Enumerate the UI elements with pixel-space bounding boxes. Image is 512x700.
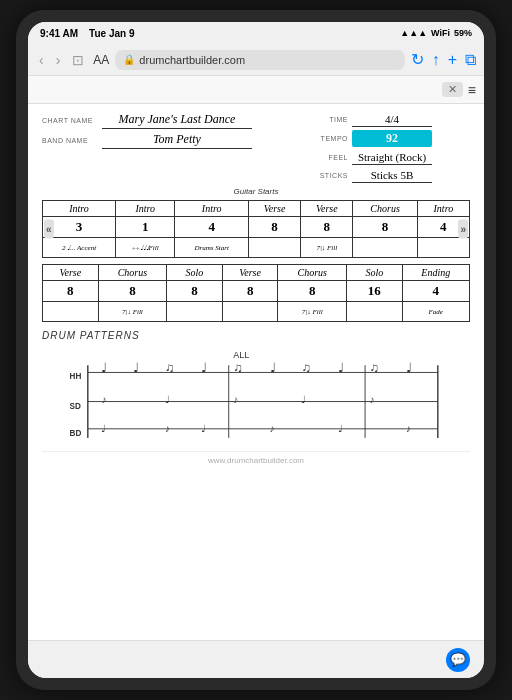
svg-text:♩: ♩ — [338, 361, 344, 375]
page-content: CHART NAME Mary Jane's Last Dance BAND N… — [28, 104, 484, 640]
tempo-label: TEMPO — [310, 135, 348, 142]
tablet-screen: 9:41 AM Tue Jan 9 ▲▲▲ WiFi 59% ‹ › ⊡ AA … — [28, 22, 484, 678]
section-solo-2: Solo — [346, 265, 402, 281]
section-header-row-2: Verse Chorus Solo Verse Chorus Solo Endi… — [43, 265, 470, 281]
svg-text:♩: ♩ — [406, 361, 412, 375]
band-name-value: Tom Petty — [102, 132, 252, 149]
section-verse-3: Verse — [43, 265, 99, 281]
bookmarks-button[interactable]: ⊡ — [69, 52, 87, 68]
drum-notation-svg: ALL HH SD BD ♩ ♩ ♫ — [42, 347, 470, 447]
svg-text:♩: ♩ — [201, 423, 206, 434]
num-8g: 8 — [222, 281, 278, 302]
reader-button[interactable]: AA — [93, 53, 109, 67]
browser-actions: ↻ ↑ + ⧉ — [411, 50, 476, 69]
share-button[interactable]: ↑ — [432, 51, 440, 69]
svg-text:SD: SD — [70, 402, 81, 411]
svg-text:♪: ♪ — [370, 394, 375, 405]
prev-arrow[interactable]: « — [44, 220, 54, 239]
chart-section-1: Intro Intro Intro Verse Verse Chorus Int… — [42, 200, 470, 258]
svg-text:♩: ♩ — [201, 361, 207, 375]
note-fill-7b: 7|↓ Fill — [98, 302, 166, 322]
svg-text:♩: ♩ — [101, 361, 107, 375]
section-chorus-3: Chorus — [278, 265, 346, 281]
date-display: Tue Jan 9 — [89, 28, 134, 39]
section-chorus-2: Chorus — [98, 265, 166, 281]
back-button[interactable]: ‹ — [36, 52, 47, 68]
feel-row: FEEL Straight (Rock) — [310, 150, 470, 165]
menu-button[interactable]: ≡ — [468, 82, 476, 98]
num-8e: 8 — [98, 281, 166, 302]
note-row-1: 2 ♩... Accent ÷÷♩♩♩Fill Drums Start 7|↓ … — [43, 238, 470, 258]
svg-text:♪: ♪ — [101, 394, 106, 405]
close-button[interactable]: ✕ — [442, 82, 463, 97]
note-fill-7: 7|↓ Fill — [301, 238, 353, 258]
drum-patterns-title: DRUM PATTERNS — [42, 330, 470, 341]
svg-text:♫: ♫ — [233, 361, 243, 375]
next-arrow[interactable]: » — [458, 220, 468, 239]
sticks-label: STICKS — [310, 172, 348, 179]
chat-button[interactable]: 💬 — [446, 648, 470, 672]
svg-text:♩: ♩ — [165, 394, 170, 405]
section-header-row-1: Intro Intro Intro Verse Verse Chorus Int… — [43, 201, 470, 217]
tempo-row: TEMPO 92 — [310, 130, 470, 147]
note-empty-3 — [417, 238, 469, 258]
page-footer: www.drumchartbuilder.com — [42, 451, 470, 469]
num-4: 4 — [175, 217, 249, 238]
note-fill: ÷÷♩♩♩Fill — [116, 238, 175, 258]
tabs-button[interactable]: ⧉ — [465, 51, 476, 69]
section-intro-2: Intro — [116, 201, 175, 217]
band-name-label: BAND NAME — [42, 137, 102, 144]
chart-table-2: Verse Chorus Solo Verse Chorus Solo Endi… — [42, 264, 470, 322]
section-verse-2: Verse — [301, 201, 353, 217]
section-verse-4: Verse — [222, 265, 278, 281]
add-tab-button[interactable]: + — [448, 51, 457, 69]
note-fill-7c: 7|↓ Fill — [278, 302, 346, 322]
note-accent: 2 ♩... Accent — [43, 238, 116, 258]
song-right: TIME 4/4 TEMPO 92 FEEL Straight (Rock) S… — [310, 112, 470, 183]
chart-name-value: Mary Jane's Last Dance — [102, 112, 252, 129]
svg-text:♩: ♩ — [270, 361, 276, 375]
time-display: 9:41 AM — [40, 28, 78, 39]
band-name-field: BAND NAME Tom Petty — [42, 132, 310, 149]
forward-button[interactable]: › — [53, 52, 64, 68]
note-empty-2 — [353, 238, 417, 258]
svg-text:♪: ♪ — [165, 423, 170, 434]
svg-text:♫: ♫ — [370, 361, 380, 375]
guitar-note: Guitar Starts — [42, 187, 470, 196]
tablet-frame: 9:41 AM Tue Jan 9 ▲▲▲ WiFi 59% ‹ › ⊡ AA … — [16, 10, 496, 690]
wifi-icon: WiFi — [431, 28, 450, 38]
num-8d: 8 — [43, 281, 99, 302]
time-label: TIME — [310, 116, 348, 123]
chart-table-1: Intro Intro Intro Verse Verse Chorus Int… — [42, 200, 470, 258]
section-intro-4: Intro — [417, 201, 469, 217]
svg-text:♩: ♩ — [338, 423, 343, 434]
svg-text:♪: ♪ — [233, 394, 238, 405]
section-intro-1: Intro — [43, 201, 116, 217]
note-fade: Fade — [402, 302, 469, 322]
num-8f: 8 — [167, 281, 223, 302]
tempo-value: 92 — [352, 130, 432, 147]
browser-bar: ‹ › ⊡ AA 🔒 drumchartbuilder.com ↻ ↑ + ⧉ — [28, 44, 484, 76]
time-row: TIME 4/4 — [310, 112, 470, 127]
section-intro-3: Intro — [175, 201, 249, 217]
svg-text:♪: ♪ — [270, 423, 275, 434]
battery-icon: 59% — [454, 28, 472, 38]
svg-text:♩: ♩ — [101, 423, 106, 434]
num-1: 1 — [116, 217, 175, 238]
url-bar[interactable]: 🔒 drumchartbuilder.com — [115, 50, 404, 70]
svg-text:♪: ♪ — [406, 423, 411, 434]
note-drums-start: Drums Start — [175, 238, 249, 258]
reload-button[interactable]: ↻ — [411, 50, 424, 69]
num-8c: 8 — [353, 217, 417, 238]
url-text: drumchartbuilder.com — [139, 54, 245, 66]
num-4c: 4 — [402, 281, 469, 302]
svg-text:♫: ♫ — [301, 361, 311, 375]
status-bar: 9:41 AM Tue Jan 9 ▲▲▲ WiFi 59% — [28, 22, 484, 44]
section-chorus-1: Chorus — [353, 201, 417, 217]
number-row-2: 8 8 8 8 8 16 4 — [43, 281, 470, 302]
feel-value: Straight (Rock) — [352, 150, 432, 165]
svg-text:♫: ♫ — [165, 361, 175, 375]
sticks-row: STICKS Sticks 5B — [310, 168, 470, 183]
bottom-bar: 💬 — [28, 640, 484, 678]
chart-name-field: CHART NAME Mary Jane's Last Dance — [42, 112, 310, 129]
